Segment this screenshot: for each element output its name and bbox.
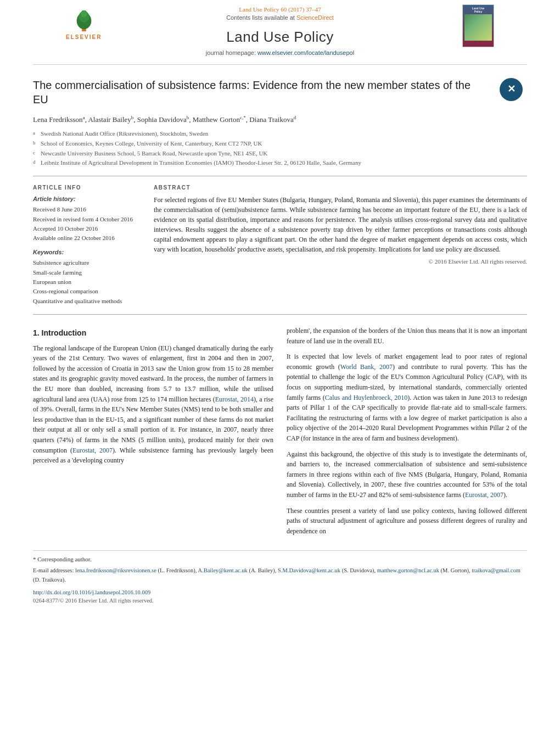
eurostat2007-link[interactable]: Eurostat, 2007 [72, 447, 113, 454]
svg-point-3 [81, 10, 87, 17]
contents-line: Contents lists available at ScienceDirec… [226, 14, 334, 22]
body-col-right: problem', the expansion of the borders o… [287, 326, 527, 542]
intro-heading: 1. Introduction [33, 328, 273, 339]
article-divider [33, 176, 527, 176]
article-info-row: ARTICLE INFO Article history: Received 8… [33, 184, 527, 306]
body-divider [33, 314, 527, 315]
intro-para-2: problem', the expansion of the borders o… [287, 326, 527, 346]
article-info-right: ABSTRACT For selected regions of five EU… [154, 184, 527, 306]
author-gorton: Matthew Gortonc,* [193, 115, 246, 124]
corresponding-author-note: * Corresponding author. [33, 555, 527, 564]
journal-title: Land Use Policy [226, 27, 333, 47]
article-title: The commercialisation of subsistence far… [33, 78, 527, 107]
affiliations: a Swedish National Audit Office (Riksrev… [33, 129, 527, 168]
received-revised-date: Received in revised form 4 October 2016 [33, 215, 137, 224]
crossmark-icon: ✕ [500, 78, 523, 101]
intro-para-4: Against this background, the objective o… [287, 449, 527, 500]
homepage-line: journal homepage: www.elsevier.com/locat… [206, 49, 354, 57]
email-intro-label: E-mail addresses: [33, 567, 74, 573]
author-bailey: Alastair Baileyb [88, 115, 133, 124]
cover-image-area [464, 14, 492, 41]
author-traikova: Diana Traikovad [249, 115, 296, 124]
body-col-left: 1. Introduction The regional landscape o… [33, 326, 273, 542]
cover-journal-name: Land UsePolicy [472, 7, 485, 13]
author-fredriksson: Lena Fredrikssona [33, 115, 85, 124]
keyword-5: Quantitative and qualitative methods [33, 297, 137, 305]
intro-para-3: It is expected that low levels of market… [287, 352, 527, 443]
doi-link[interactable]: http://dx.doi.org/10.1016/j.landusepol.2… [33, 589, 527, 597]
author-davidova: Sophia Davidovab [137, 115, 189, 124]
available-online-date: Available online 22 October 2016 [33, 234, 137, 242]
received-date: Received 8 June 2016 [33, 205, 137, 214]
keyword-4: Cross-regional comparison [33, 287, 137, 295]
keyword-3: European union [33, 278, 137, 286]
crossmark-badge[interactable]: ✕ [500, 78, 527, 105]
authors-line: Lena Fredrikssona, Alastair Baileyb, Sop… [33, 114, 527, 125]
article-info-label: ARTICLE INFO [33, 184, 137, 192]
keywords-label: Keywords: [33, 248, 137, 256]
journal-header: ELSEVIER Land UsePolicy Land Use Policy … [33, 0, 527, 65]
journal-cover-thumb: Land UsePolicy [462, 4, 494, 47]
svg-point-2 [79, 11, 89, 23]
svg-rect-0 [82, 26, 86, 32]
sciencedirect-link[interactable]: ScienceDirect [296, 14, 334, 21]
journal-volume-url: Land Use Policy 60 (2017) 37–47 [239, 5, 321, 14]
article-history-label: Article history: [33, 195, 137, 203]
email-bailey[interactable]: A.Bailey@kent.ac.uk [198, 567, 247, 573]
keyword-1: Subsistence agriculture [33, 259, 137, 267]
intro-para-1: The regional landscape of the European U… [33, 343, 273, 466]
footnote-section: * Corresponding author. E-mail addresses… [33, 550, 527, 605]
issn-line: 0264-8377/© 2016 Elsevier Ltd. All right… [33, 597, 527, 605]
affil-c: c Newcastle University Business School, … [33, 149, 527, 159]
body-content: 1. Introduction The regional landscape o… [33, 326, 527, 542]
page: ELSEVIER Land UsePolicy Land Use Policy … [0, 0, 560, 627]
eurostat2014-link[interactable]: Eurostat, 2014 [215, 395, 254, 403]
affil-a: a Swedish National Audit Office (Riksrev… [33, 129, 527, 139]
email-fredriksson[interactable]: lena.fredriksson@riksrevisionen.se [75, 567, 156, 573]
affil-b: b School of Economics, Keynes College, U… [33, 139, 527, 149]
abstract-text: For selected regions of five EU Member S… [154, 195, 527, 254]
email-footnote: E-mail addresses: lena.fredriksson@riksr… [33, 566, 527, 585]
article-info-left: ARTICLE INFO Article history: Received 8… [33, 184, 137, 306]
accepted-date: Accepted 10 October 2016 [33, 225, 137, 233]
abstract-label: ABSTRACT [154, 184, 527, 192]
email-gorton[interactable]: matthew.gorton@ncl.ac.uk [377, 567, 439, 573]
worldbank2007-link[interactable]: World Bank, 2007 [340, 363, 393, 371]
homepage-link[interactable]: www.elsevier.com/locate/landusepol [257, 49, 354, 56]
two-column-body: 1. Introduction The regional landscape o… [33, 326, 527, 542]
keyword-2: Small-scale farming [33, 269, 137, 277]
calus2010-link[interactable]: Calus and Huylenbroeck, 2010 [325, 394, 407, 401]
email-davidova[interactable]: S.M.Davidova@kent.ac.uk [278, 567, 340, 573]
elsevier-text: ELSEVIER [66, 34, 102, 41]
eurostat2007b-link[interactable]: Eurostat, 2007 [465, 491, 503, 499]
svg-point-1 [76, 13, 91, 29]
email-traikova[interactable]: traikova@gmail.com [472, 567, 520, 573]
copyright-line: © 2016 Elsevier Ltd. All rights reserved… [154, 258, 527, 266]
affil-d: d Leibniz Institute of Agricultural Deve… [33, 158, 527, 168]
article-section: The commercialisation of subsistence far… [33, 65, 527, 605]
intro-para-5: These countries present a variety of lan… [287, 506, 527, 537]
elsevier-tree-icon [71, 10, 97, 32]
elsevier-logo: ELSEVIER [66, 10, 102, 41]
